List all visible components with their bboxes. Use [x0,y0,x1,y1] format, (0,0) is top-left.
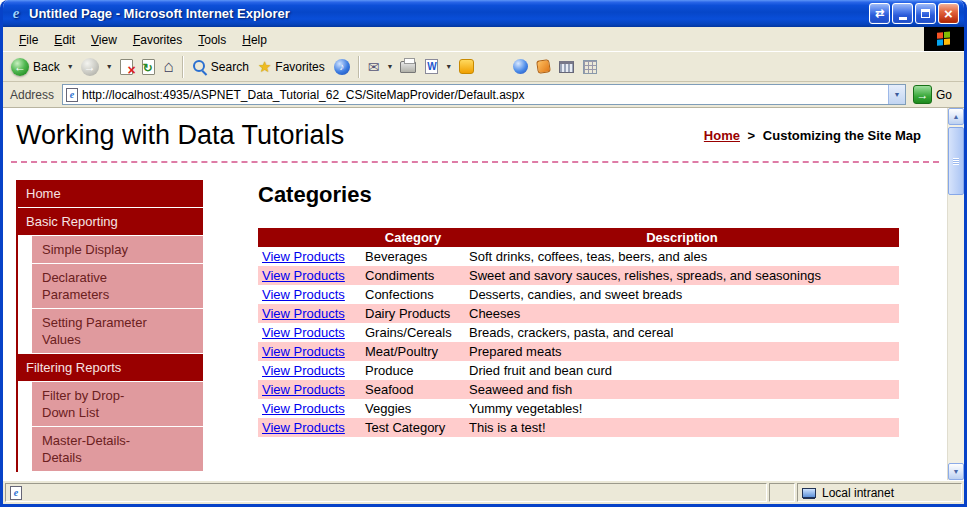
category-cell: Confections [361,285,465,304]
edit-dropdown[interactable] [443,63,454,70]
view-products-link[interactable]: View Products [262,382,345,397]
close-button[interactable] [938,3,959,24]
menu-file[interactable]: File [11,29,46,50]
category-cell: Beverages [361,247,465,266]
sidebar-item[interactable]: Declarative Parameters [32,264,203,309]
menu-bar-items: FileEditViewFavoritesToolsHelp [11,27,275,51]
edit-with-word-button[interactable] [421,56,442,77]
description-cell: Prepared meats [465,342,899,361]
view-products-link[interactable]: View Products [262,268,345,283]
forward-dropdown[interactable] [104,63,115,70]
menu-edit[interactable]: Edit [46,29,83,50]
refresh-icon [142,59,155,75]
toggle-size-button[interactable] [869,3,890,24]
view-products-cell: View Products [258,247,361,266]
vertical-scrollbar[interactable] [947,108,964,480]
print-button[interactable] [396,58,420,76]
scrollbar-thumb[interactable] [948,127,964,195]
page-icon [66,88,78,102]
minimize-icon [899,17,907,20]
sidebar-item[interactable]: Home [16,180,203,208]
go-label: Go [936,88,952,102]
table-header-row: Category Description [258,228,899,247]
header-cell-category: Category [361,228,465,247]
scrollbar-track[interactable] [948,125,964,463]
tiles-button[interactable] [579,57,601,77]
header-cell-description: Description [465,228,899,247]
messenger-button[interactable] [455,56,478,77]
research-button[interactable] [533,57,554,76]
view-products-link[interactable]: View Products [262,325,345,340]
menu-help[interactable]: Help [234,29,275,50]
view-products-cell: View Products [258,342,361,361]
view-products-link[interactable]: View Products [262,306,345,321]
view-products-cell: View Products [258,285,361,304]
stop-button[interactable] [116,56,137,78]
menu-tools[interactable]: Tools [190,29,234,50]
sidebar-item[interactable]: Setting Parameter Values [32,309,203,354]
view-products-link[interactable]: View Products [262,249,345,264]
breadcrumb-home-link[interactable]: Home [704,128,740,143]
home-button[interactable] [160,54,178,80]
scroll-up-button[interactable] [948,108,964,125]
menu-favorites[interactable]: Favorites [125,29,190,50]
address-input[interactable]: http://localhost:4935/ASPNET_Data_Tutori… [62,84,906,105]
view-products-cell: View Products [258,418,361,437]
toolbar-separator [358,56,360,78]
view-products-cell: View Products [258,380,361,399]
description-cell: Soft drinks, coffees, teas, beers, and a… [465,247,899,266]
go-button[interactable]: Go [911,85,960,104]
sidebar-item[interactable]: Master-Details-Details [32,427,203,472]
table-row: View ProductsConfectionsDesserts, candie… [258,285,899,304]
blue-sphere-icon [513,59,528,74]
view-products-link[interactable]: View Products [262,363,345,378]
menu-view[interactable]: View [83,29,125,50]
view-products-link[interactable]: View Products [262,344,345,359]
sidebar-item[interactable]: Filter by Drop-Down List [32,382,203,427]
msn-button[interactable] [509,56,532,77]
table-row: View ProductsBeveragesSoft drinks, coffe… [258,247,899,266]
windows-flag-icon [937,31,952,47]
mail-dropdown[interactable] [384,63,395,70]
mail-button[interactable] [364,56,384,78]
web-page: Working with Data Tutorials Home > Custo… [3,108,947,480]
view-products-link[interactable]: View Products [262,420,345,435]
media-icon [334,59,350,75]
sidebar-item[interactable]: Filtering Reports [16,354,203,382]
resize-arrows-icon [875,7,884,20]
scroll-down-button[interactable] [948,463,964,480]
ie-logo-icon [8,6,24,22]
refresh-button[interactable] [138,56,159,78]
back-button[interactable]: Back [7,55,64,79]
toolbar: Back Search Favorites [3,51,964,82]
minimize-button[interactable] [892,3,913,24]
title-bar[interactable]: Untitled Page - Microsoft Internet Explo… [3,0,964,27]
building-icon [559,61,574,73]
address-dropdown[interactable] [888,85,905,104]
forward-button[interactable] [77,55,103,79]
content-body: HomeBasic ReportingSimple DisplayDeclara… [3,163,947,472]
main-content: Categories Category Description [258,180,899,437]
view-products-link[interactable]: View Products [262,287,345,302]
mail-icon [368,59,380,75]
view-products-cell: View Products [258,323,361,342]
search-button[interactable]: Search [188,56,253,77]
media-button[interactable] [330,56,354,78]
category-cell: Grains/Cereals [361,323,465,342]
sidebar-item[interactable]: Simple Display [32,236,203,264]
view-products-link[interactable]: View Products [262,401,345,416]
category-cell: Meat/Poultry [361,342,465,361]
sites-button[interactable] [555,58,578,76]
home-icon [164,57,174,77]
description-cell: Breads, crackers, pasta, and cereal [465,323,899,342]
favorites-button[interactable]: Favorites [254,55,329,79]
description-cell: This is a test! [465,418,899,437]
maximize-button[interactable] [915,3,936,24]
menu-bar: FileEditViewFavoritesToolsHelp [3,27,964,51]
category-cell: Condiments [361,266,465,285]
back-dropdown[interactable] [65,63,76,70]
maximize-icon [921,9,930,18]
sidebar-item[interactable]: Basic Reporting [16,208,203,236]
status-message-panel [5,483,767,502]
site-title: Working with Data Tutorials [16,120,344,151]
